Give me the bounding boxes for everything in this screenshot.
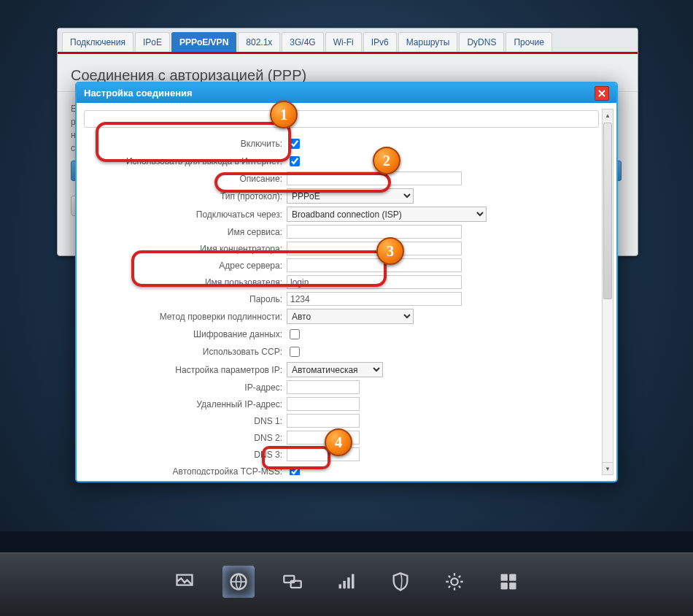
description-input[interactable] [287, 172, 462, 185]
use-internet-checkbox[interactable] [290, 156, 300, 166]
ccp-checkbox[interactable] [290, 347, 300, 357]
server-input[interactable] [287, 258, 462, 272]
dns1-input[interactable] [287, 414, 360, 428]
svg-rect-3 [339, 585, 342, 589]
dialog-title: Настройка соединения [84, 88, 193, 99]
брандмауэр-icon[interactable] [384, 566, 417, 598]
глобус-icon[interactable] [222, 566, 255, 598]
tcpmss-checkbox[interactable] [290, 466, 300, 475]
монитор-icon[interactable] [169, 566, 201, 598]
label-use-internet: Использовать для выхода в Интернет: [82, 156, 287, 166]
dns2-input[interactable] [287, 431, 360, 444]
tab-прочие[interactable]: Прочие [506, 32, 551, 52]
username-input[interactable] [287, 275, 462, 289]
label-enable: Включить: [82, 139, 287, 149]
tab-3g/4g[interactable]: 3G/4G [282, 32, 323, 52]
label-auth: Метод проверки подлинности: [82, 312, 287, 322]
password-input[interactable] [287, 292, 462, 306]
svg-rect-6 [352, 574, 355, 589]
настройки-icon[interactable] [438, 566, 471, 598]
svg-point-7 [451, 578, 457, 585]
приложения-icon[interactable] [492, 566, 524, 598]
label-connect-via: Подключаться через: [82, 209, 287, 220]
ip-mode-select[interactable]: Автоматическая [287, 362, 383, 377]
label-protocol: Тип (протокол): [82, 191, 287, 201]
bottom-dock [0, 553, 693, 616]
scroll-track[interactable] [602, 121, 613, 463]
tab-ipv6[interactable]: IPv6 [363, 32, 397, 52]
tab-wi-fi[interactable]: Wi-Fi [325, 32, 362, 52]
label-tcpmss: Автоподстройка TCP-MSS: [82, 466, 287, 475]
connection-dialog: Настройка соединения Включить: Использов… [75, 82, 618, 482]
dns3-input[interactable] [287, 447, 360, 461]
tab-маршруты[interactable]: Маршруты [398, 32, 458, 52]
concentrator-input[interactable] [287, 242, 462, 255]
tab-ipoe[interactable]: IPoE [135, 32, 170, 52]
label-encrypt: Шифрование данных: [82, 329, 287, 339]
protocol-select[interactable]: PPPoE [287, 188, 414, 204]
connection-form: Включить: Использовать для выхода в Инте… [82, 136, 600, 475]
remote-ip-input[interactable] [287, 397, 360, 411]
tab-подключения[interactable]: Подключения [62, 32, 133, 52]
tab-bar: ПодключенияIPoEPPPoE/VPN802.1x3G/4GWi-Fi… [58, 28, 638, 54]
сеть-icon[interactable] [276, 566, 309, 598]
tab-pppoe/vpn[interactable]: PPPoE/VPN [171, 32, 236, 52]
svg-rect-5 [347, 577, 350, 588]
сигнал-icon[interactable] [330, 566, 363, 598]
gap-cover [0, 531, 693, 553]
label-dns3: DNS 3: [82, 450, 287, 460]
label-user: Имя пользователя: [82, 277, 287, 288]
scroll-up-icon[interactable]: ▲ [602, 109, 613, 122]
close-icon[interactable] [595, 86, 609, 101]
dialog-titlebar: Настройка соединения [77, 83, 616, 103]
label-description: Описание: [82, 174, 287, 184]
label-service: Имя сервиса: [82, 227, 287, 237]
tab-dydns[interactable]: DyDNS [459, 32, 504, 52]
description-header-box [84, 110, 599, 128]
ip-input[interactable] [287, 380, 360, 394]
label-password: Пароль: [82, 294, 287, 304]
label-dns2: DNS 2: [82, 433, 287, 443]
enable-checkbox[interactable] [290, 139, 300, 149]
svg-rect-4 [343, 581, 346, 589]
scroll-down-icon[interactable]: ▼ [602, 462, 613, 475]
label-ip-mode: Настройка параметров IP: [82, 365, 287, 375]
svg-rect-9 [509, 574, 516, 581]
tab-802.1x[interactable]: 802.1x [238, 32, 280, 52]
label-concentrator: Имя концентратора: [82, 244, 287, 254]
label-dns1: DNS 1: [82, 416, 287, 426]
svg-rect-8 [501, 574, 508, 581]
dialog-body: Включить: Использовать для выхода в Инте… [82, 109, 600, 475]
label-server: Адрес сервера: [82, 261, 287, 271]
encrypt-checkbox[interactable] [290, 329, 300, 339]
svg-rect-11 [509, 582, 516, 589]
connect-via-select[interactable]: Broadband connection (ISP) [287, 207, 487, 222]
dialog-scrollbar[interactable]: ▲ ▼ [602, 109, 613, 475]
svg-rect-10 [501, 582, 508, 589]
scroll-thumb[interactable] [603, 123, 612, 299]
label-remote-ip: Удаленный IP-адрес: [82, 399, 287, 409]
service-input[interactable] [287, 225, 462, 239]
label-ip: IP-адрес: [82, 382, 287, 393]
auth-select[interactable]: Авто [287, 309, 414, 324]
label-ccp: Использовать CCP: [82, 347, 287, 357]
